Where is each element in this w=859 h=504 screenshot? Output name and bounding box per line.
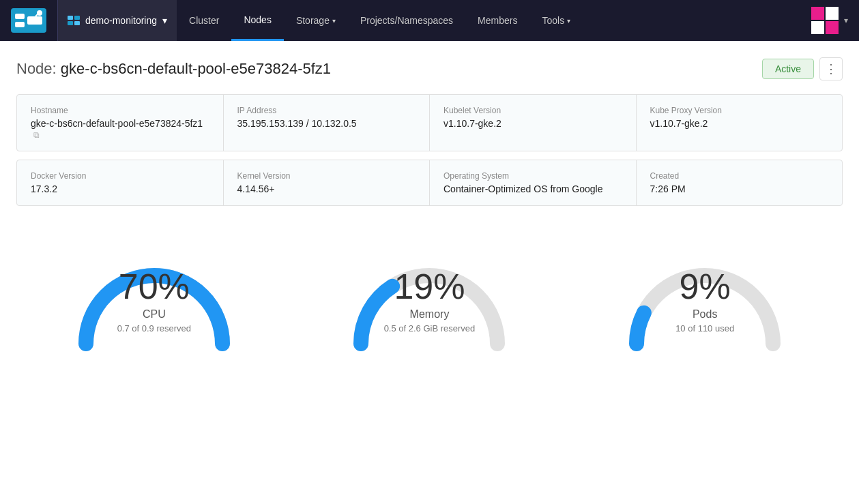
memory-percent: 19% [368, 269, 491, 304]
logo-area [0, 0, 57, 41]
avatar[interactable] [811, 7, 839, 34]
os-cell: Operating System Container-Optimized OS … [430, 160, 637, 205]
memory-gauge: 19% Memory 0.5 of 2.6 GiB reserved [334, 228, 525, 364]
hostname-cell: Hostname gke-c-bs6cn-default-pool-e5e738… [17, 95, 224, 151]
pods-gauge: 9% Pods 10 of 110 used [609, 228, 800, 364]
info-panel-row1: Hostname gke-c-bs6cn-default-pool-e5e738… [16, 94, 843, 151]
memory-gauge-text: 19% Memory 0.5 of 2.6 GiB reserved [368, 269, 491, 333]
page-content: Node: gke-c-bs6cn-default-pool-e5e73824-… [0, 41, 859, 378]
app-logo [11, 8, 46, 33]
cpu-title: CPU [93, 308, 216, 321]
nav-avatar-chevron-icon[interactable]: ▾ [844, 16, 848, 25]
copy-icon[interactable]: ⧉ [33, 130, 40, 140]
page-title: Node: gke-c-bs6cn-default-pool-e5e73824-… [16, 60, 331, 78]
memory-subtitle: 0.5 of 2.6 GiB reserved [368, 323, 491, 333]
info-row-2: Docker Version 17.3.2 Kernel Version 4.1… [17, 160, 842, 205]
svg-rect-1 [15, 14, 25, 19]
hostname-value: gke-c-bs6cn-default-pool-e5e73824-5fz1 ⧉ [31, 118, 209, 140]
kernel-version-cell: Kernel Version 4.14.56+ [224, 160, 431, 205]
nav-item-storage[interactable]: Storage ▾ [284, 0, 348, 41]
info-panel-row2: Docker Version 17.3.2 Kernel Version 4.1… [16, 160, 843, 206]
more-options-button[interactable]: ⋮ [819, 57, 843, 80]
info-row-1: Hostname gke-c-bs6cn-default-pool-e5e738… [17, 95, 842, 151]
nav-right: ▾ [811, 0, 859, 41]
workspace-icon [68, 16, 80, 25]
page-header: Node: gke-c-bs6cn-default-pool-e5e73824-… [16, 57, 843, 80]
pods-title: Pods [643, 308, 766, 321]
storage-chevron-icon: ▾ [332, 17, 336, 25]
ip-address-cell: IP Address 35.195.153.139 / 10.132.0.5 [224, 95, 431, 151]
nav-item-projects[interactable]: Projects/Namespaces [348, 0, 465, 41]
pods-percent: 9% [643, 269, 766, 304]
cpu-gauge: 70% CPU 0.7 of 0.9 reserved [59, 228, 250, 364]
status-badge: Active [762, 59, 814, 79]
cpu-subtitle: 0.7 of 0.9 reserved [93, 323, 216, 333]
nav-items: Cluster Nodes Storage ▾ Projects/Namespa… [177, 0, 811, 41]
workspace-selector[interactable]: demo-monitoring ▾ [57, 0, 177, 41]
pods-gauge-text: 9% Pods 10 of 110 used [643, 269, 766, 333]
created-cell: Created 7:26 PM [637, 160, 843, 205]
cpu-gauge-text: 70% CPU 0.7 of 0.9 reserved [93, 269, 216, 333]
workspace-label: demo-monitoring [85, 15, 157, 26]
nav-item-tools[interactable]: Tools ▾ [529, 0, 583, 41]
tools-chevron-icon: ▾ [567, 17, 570, 25]
svg-rect-2 [15, 22, 25, 27]
docker-version-cell: Docker Version 17.3.2 [17, 160, 224, 205]
memory-title: Memory [368, 308, 491, 321]
workspace-chevron-icon: ▾ [162, 15, 167, 26]
navbar: demo-monitoring ▾ Cluster Nodes Storage … [0, 0, 859, 41]
nav-item-nodes[interactable]: Nodes [231, 0, 283, 41]
nav-item-cluster[interactable]: Cluster [177, 0, 231, 41]
kubelet-version-cell: Kubelet Version v1.10.7-gke.2 [430, 95, 637, 151]
kube-proxy-version-cell: Kube Proxy Version v1.10.7-gke.2 [637, 95, 843, 151]
header-actions: Active ⋮ [762, 57, 843, 80]
nav-item-members[interactable]: Members [465, 0, 529, 41]
pods-subtitle: 10 of 110 used [643, 323, 766, 333]
gauges-row: 70% CPU 0.7 of 0.9 reserved 19% Memory 0… [16, 214, 843, 378]
cpu-percent: 70% [93, 269, 216, 304]
svg-rect-3 [27, 16, 42, 25]
